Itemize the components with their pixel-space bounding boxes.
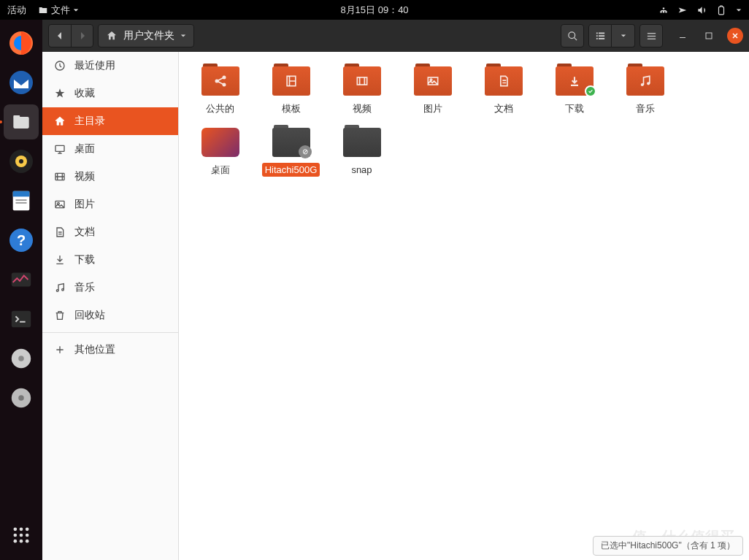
svg-rect-33 — [599, 35, 604, 37]
clock[interactable]: 8月15日 09：40 — [340, 4, 408, 17]
dock-disk2[interactable] — [4, 380, 39, 415]
file-label: 桌面 — [208, 163, 233, 177]
back-button[interactable] — [49, 25, 71, 47]
svg-rect-36 — [647, 33, 655, 34]
chevron-down-icon[interactable] — [736, 7, 742, 13]
file-grid[interactable]: 公共的模板视频图片文档下载音乐桌面⊘Hitachi500Gsnap值，什么值得买… — [179, 52, 749, 560]
battery-icon[interactable] — [715, 5, 727, 15]
sidebar-item-trash[interactable]: 回收站 — [42, 302, 178, 329]
titlebar: 用户文件夹 — [42, 20, 749, 52]
folder-icon — [200, 125, 241, 160]
sidebar-item-pictures[interactable]: 图片 — [42, 191, 178, 218]
file-item[interactable]: 视频 — [326, 61, 397, 122]
folder-icon — [412, 64, 453, 99]
dock-writer[interactable] — [4, 183, 39, 218]
chevron-down-icon — [73, 7, 79, 13]
svg-rect-52 — [357, 77, 366, 85]
file-label: 公共的 — [203, 101, 237, 116]
svg-point-56 — [647, 82, 650, 85]
dock-rhythmbox[interactable] — [4, 144, 39, 179]
search-button[interactable] — [561, 24, 584, 47]
svg-point-20 — [14, 528, 18, 532]
svg-rect-11 — [15, 202, 26, 204]
file-item[interactable]: ⊘Hitachi500G — [256, 122, 326, 183]
file-label: 模板 — [279, 101, 304, 116]
svg-point-19 — [18, 395, 24, 401]
network-icon[interactable] — [658, 5, 669, 15]
sidebar-item-desktop[interactable]: 桌面 — [42, 135, 178, 163]
volume-icon[interactable] — [696, 5, 707, 15]
file-item[interactable]: snap — [326, 122, 397, 183]
airplane-icon[interactable] — [677, 5, 688, 15]
folder-icon — [483, 64, 524, 99]
file-item[interactable]: 桌面 — [185, 122, 256, 183]
dock-terminal[interactable] — [4, 302, 39, 337]
dock: ? — [0, 20, 42, 560]
sidebar-item-videos[interactable]: 视频 — [42, 163, 178, 191]
file-label: 图片 — [420, 101, 445, 116]
file-label: 下载 — [562, 101, 587, 116]
sidebar-item-other[interactable]: 其他位置 — [42, 336, 178, 364]
svg-rect-38 — [647, 38, 655, 39]
sidebar-item-label: 下载 — [74, 253, 95, 266]
home-icon — [106, 30, 118, 42]
svg-point-46 — [56, 290, 58, 292]
forward-button[interactable] — [71, 25, 93, 47]
svg-point-27 — [20, 540, 23, 543]
svg-rect-32 — [596, 35, 597, 37]
sidebar-item-label: 收藏 — [74, 87, 95, 100]
dock-help[interactable]: ? — [4, 223, 39, 258]
dock-files[interactable] — [4, 104, 39, 139]
svg-text:?: ? — [17, 232, 26, 248]
svg-rect-40 — [706, 33, 712, 39]
folder-icon — [342, 125, 383, 160]
folder-icon — [38, 5, 48, 15]
svg-rect-31 — [599, 32, 604, 34]
svg-rect-42 — [55, 145, 64, 151]
sidebar-separator — [42, 332, 178, 333]
folder-icon — [342, 64, 383, 99]
pathbar[interactable]: 用户文件夹 — [98, 24, 194, 47]
file-label: 文档 — [491, 101, 516, 116]
activities-button[interactable]: 活动 — [7, 4, 26, 17]
sidebar-item-music[interactable]: 音乐 — [42, 274, 178, 302]
close-button[interactable] — [727, 28, 743, 44]
sidebar-item-home[interactable]: 主目录 — [42, 107, 178, 135]
svg-rect-34 — [596, 38, 597, 39]
hamburger-menu-button[interactable] — [639, 24, 663, 47]
dock-show-apps[interactable] — [4, 518, 39, 553]
sidebar-item-label: 最近使用 — [74, 59, 115, 72]
svg-point-22 — [26, 528, 29, 532]
sidebar-item-label: 音乐 — [74, 281, 95, 294]
sidebar-item-label: 回收站 — [74, 309, 105, 322]
file-item[interactable]: 下载 — [539, 61, 610, 122]
sidebar-item-downloads[interactable]: 下载 — [42, 246, 178, 274]
folder-icon — [200, 64, 241, 99]
file-item[interactable]: 公共的 — [185, 61, 256, 122]
sidebar-item-label: 其他位置 — [74, 343, 115, 356]
svg-point-28 — [26, 540, 29, 543]
svg-point-23 — [14, 534, 18, 537]
maximize-button[interactable] — [701, 28, 717, 44]
file-item[interactable]: 音乐 — [610, 61, 680, 122]
file-label: Hitachi500G — [262, 163, 320, 177]
dock-monitor[interactable] — [4, 262, 39, 297]
file-item[interactable]: 文档 — [468, 61, 539, 122]
sidebar-item-recent[interactable]: 最近使用 — [42, 52, 178, 80]
file-item[interactable]: 模板 — [256, 61, 326, 122]
sidebar-item-label: 图片 — [74, 198, 95, 211]
sidebar-item-starred[interactable]: 收藏 — [42, 80, 178, 107]
file-item[interactable]: 图片 — [397, 61, 468, 122]
dock-firefox[interactable] — [4, 26, 39, 61]
view-dropdown-button[interactable] — [612, 24, 635, 47]
dock-thunderbird[interactable] — [4, 65, 39, 100]
top-panel: 活动 文件 8月15日 09：40 — [0, 0, 749, 20]
minimize-button[interactable] — [675, 28, 691, 44]
dock-disk1[interactable] — [4, 341, 39, 376]
svg-point-21 — [20, 528, 23, 532]
view-list-button[interactable] — [588, 24, 612, 47]
app-menu[interactable]: 文件 — [38, 4, 79, 17]
sidebar-item-documents[interactable]: 文档 — [42, 218, 178, 246]
svg-point-2 — [9, 71, 33, 94]
status-bar: 已选中"Hitachi500G"（含有 1 项） — [593, 536, 743, 556]
